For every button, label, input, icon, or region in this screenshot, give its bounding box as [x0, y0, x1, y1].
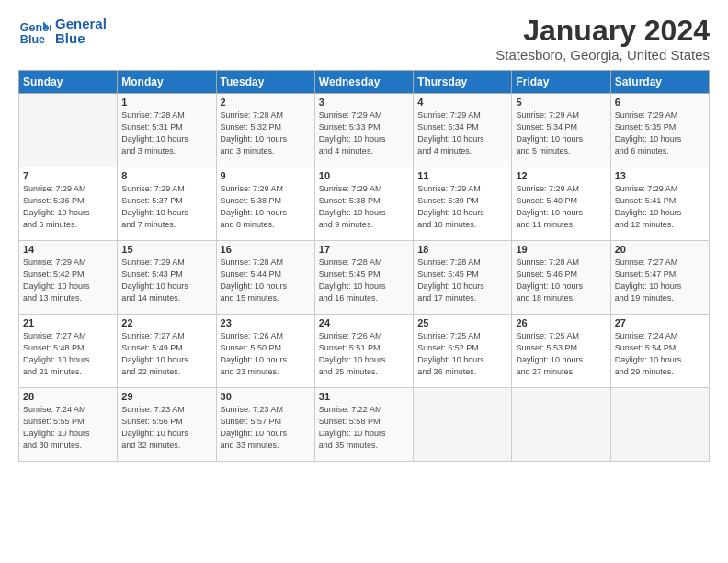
- calendar-cell: 26Sunrise: 7:25 AM Sunset: 5:53 PM Dayli…: [512, 315, 610, 388]
- day-info: Sunrise: 7:27 AM Sunset: 5:49 PM Dayligh…: [121, 330, 211, 378]
- day-info: Sunrise: 7:28 AM Sunset: 5:45 PM Dayligh…: [417, 257, 507, 304]
- calendar-cell: [512, 388, 610, 462]
- day-info: Sunrise: 7:26 AM Sunset: 5:50 PM Dayligh…: [221, 330, 311, 378]
- day-number: 20: [615, 244, 705, 255]
- day-number: 25: [417, 317, 507, 328]
- calendar-cell: 5Sunrise: 7:29 AM Sunset: 5:34 PM Daylig…: [512, 94, 610, 167]
- calendar-cell: 4Sunrise: 7:29 AM Sunset: 5:34 PM Daylig…: [414, 94, 512, 167]
- calendar-cell: 14Sunrise: 7:29 AM Sunset: 5:42 PM Dayli…: [19, 241, 118, 315]
- svg-text:Blue: Blue: [20, 33, 45, 46]
- day-info: Sunrise: 7:27 AM Sunset: 5:48 PM Dayligh…: [23, 330, 113, 378]
- logo-line2: Blue: [55, 31, 107, 47]
- calendar-week-2: 14Sunrise: 7:29 AM Sunset: 5:42 PM Dayli…: [19, 241, 710, 315]
- calendar-cell: 8Sunrise: 7:29 AM Sunset: 5:37 PM Daylig…: [118, 167, 216, 241]
- day-number: 21: [23, 317, 113, 328]
- logo: General Blue General Blue: [18, 15, 107, 48]
- day-number: 8: [121, 170, 211, 181]
- day-number: 11: [417, 170, 507, 181]
- day-info: Sunrise: 7:25 AM Sunset: 5:53 PM Dayligh…: [516, 330, 606, 378]
- calendar-cell: 12Sunrise: 7:29 AM Sunset: 5:40 PM Dayli…: [512, 167, 610, 241]
- day-info: Sunrise: 7:24 AM Sunset: 5:54 PM Dayligh…: [615, 330, 705, 378]
- day-number: 15: [121, 244, 211, 255]
- day-info: Sunrise: 7:29 AM Sunset: 5:36 PM Dayligh…: [23, 183, 113, 231]
- day-info: Sunrise: 7:28 AM Sunset: 5:32 PM Dayligh…: [221, 109, 311, 157]
- day-number: 14: [23, 244, 113, 255]
- calendar-cell: 31Sunrise: 7:22 AM Sunset: 5:58 PM Dayli…: [314, 388, 413, 462]
- calendar-cell: 29Sunrise: 7:23 AM Sunset: 5:56 PM Dayli…: [118, 388, 216, 462]
- day-info: Sunrise: 7:29 AM Sunset: 5:38 PM Dayligh…: [319, 183, 409, 231]
- day-number: 4: [417, 97, 507, 108]
- day-number: 7: [23, 170, 113, 181]
- day-number: 6: [615, 97, 705, 108]
- day-number: 5: [516, 97, 606, 108]
- calendar-cell: 22Sunrise: 7:27 AM Sunset: 5:49 PM Dayli…: [118, 315, 216, 388]
- calendar-cell: 13Sunrise: 7:29 AM Sunset: 5:41 PM Dayli…: [610, 167, 709, 241]
- calendar-week-4: 28Sunrise: 7:24 AM Sunset: 5:55 PM Dayli…: [19, 388, 710, 462]
- calendar-week-3: 21Sunrise: 7:27 AM Sunset: 5:48 PM Dayli…: [19, 315, 710, 388]
- calendar-week-0: 1Sunrise: 7:28 AM Sunset: 5:31 PM Daylig…: [19, 94, 710, 167]
- day-info: Sunrise: 7:23 AM Sunset: 5:56 PM Dayligh…: [121, 404, 211, 452]
- calendar-cell: 23Sunrise: 7:26 AM Sunset: 5:50 PM Dayli…: [216, 315, 314, 388]
- day-info: Sunrise: 7:29 AM Sunset: 5:38 PM Dayligh…: [221, 183, 311, 231]
- title-block: January 2024 Statesboro, Georgia, United…: [495, 15, 710, 63]
- day-info: Sunrise: 7:26 AM Sunset: 5:51 PM Dayligh…: [319, 330, 409, 378]
- day-number: 13: [615, 170, 705, 181]
- day-header-wednesday: Wednesday: [314, 71, 413, 94]
- calendar-cell: 10Sunrise: 7:29 AM Sunset: 5:38 PM Dayli…: [314, 167, 413, 241]
- day-number: 30: [221, 391, 311, 402]
- day-header-sunday: Sunday: [19, 71, 118, 94]
- calendar-cell: 17Sunrise: 7:28 AM Sunset: 5:45 PM Dayli…: [314, 241, 413, 315]
- day-header-saturday: Saturday: [610, 71, 709, 94]
- day-info: Sunrise: 7:23 AM Sunset: 5:57 PM Dayligh…: [221, 404, 311, 452]
- day-number: 27: [615, 317, 705, 328]
- calendar-cell: 16Sunrise: 7:28 AM Sunset: 5:44 PM Dayli…: [216, 241, 314, 315]
- day-header-thursday: Thursday: [414, 71, 512, 94]
- day-info: Sunrise: 7:29 AM Sunset: 5:40 PM Dayligh…: [516, 183, 606, 231]
- calendar-cell: 9Sunrise: 7:29 AM Sunset: 5:38 PM Daylig…: [216, 167, 314, 241]
- day-info: Sunrise: 7:29 AM Sunset: 5:35 PM Dayligh…: [615, 109, 705, 157]
- day-number: 3: [319, 97, 409, 108]
- day-info: Sunrise: 7:22 AM Sunset: 5:58 PM Dayligh…: [319, 404, 409, 452]
- month-title: January 2024: [495, 15, 710, 47]
- day-number: 9: [221, 170, 311, 181]
- day-number: 28: [23, 391, 113, 402]
- calendar-cell: 2Sunrise: 7:28 AM Sunset: 5:32 PM Daylig…: [216, 94, 314, 167]
- day-info: Sunrise: 7:29 AM Sunset: 5:34 PM Dayligh…: [516, 109, 606, 157]
- day-header-tuesday: Tuesday: [216, 71, 314, 94]
- day-header-friday: Friday: [512, 71, 610, 94]
- day-info: Sunrise: 7:29 AM Sunset: 5:39 PM Dayligh…: [417, 183, 507, 231]
- day-info: Sunrise: 7:29 AM Sunset: 5:33 PM Dayligh…: [319, 109, 409, 157]
- day-info: Sunrise: 7:29 AM Sunset: 5:43 PM Dayligh…: [121, 257, 211, 304]
- calendar-cell: 15Sunrise: 7:29 AM Sunset: 5:43 PM Dayli…: [118, 241, 216, 315]
- calendar-cell: 21Sunrise: 7:27 AM Sunset: 5:48 PM Dayli…: [19, 315, 118, 388]
- calendar-cell: 24Sunrise: 7:26 AM Sunset: 5:51 PM Dayli…: [314, 315, 413, 388]
- day-info: Sunrise: 7:28 AM Sunset: 5:46 PM Dayligh…: [516, 257, 606, 304]
- day-number: 19: [516, 244, 606, 255]
- calendar-cell: [414, 388, 512, 462]
- day-number: 26: [516, 317, 606, 328]
- day-number: 2: [221, 97, 311, 108]
- calendar-cell: 3Sunrise: 7:29 AM Sunset: 5:33 PM Daylig…: [314, 94, 413, 167]
- calendar-cell: 6Sunrise: 7:29 AM Sunset: 5:35 PM Daylig…: [610, 94, 709, 167]
- day-header-monday: Monday: [118, 71, 216, 94]
- day-info: Sunrise: 7:29 AM Sunset: 5:42 PM Dayligh…: [23, 257, 113, 304]
- calendar-cell: 30Sunrise: 7:23 AM Sunset: 5:57 PM Dayli…: [216, 388, 314, 462]
- calendar-cell: 25Sunrise: 7:25 AM Sunset: 5:52 PM Dayli…: [414, 315, 512, 388]
- day-info: Sunrise: 7:24 AM Sunset: 5:55 PM Dayligh…: [23, 404, 113, 452]
- day-number: 1: [121, 97, 211, 108]
- day-number: 24: [319, 317, 409, 328]
- day-info: Sunrise: 7:27 AM Sunset: 5:47 PM Dayligh…: [615, 257, 705, 304]
- day-info: Sunrise: 7:25 AM Sunset: 5:52 PM Dayligh…: [417, 330, 507, 378]
- location: Statesboro, Georgia, United States: [495, 47, 710, 63]
- day-number: 29: [121, 391, 211, 402]
- day-info: Sunrise: 7:28 AM Sunset: 5:44 PM Dayligh…: [221, 257, 311, 304]
- page-header: General Blue General Blue January 2024 S…: [18, 15, 710, 63]
- logo-line1: General: [55, 17, 107, 32]
- calendar-cell: 20Sunrise: 7:27 AM Sunset: 5:47 PM Dayli…: [610, 241, 709, 315]
- day-number: 18: [417, 244, 507, 255]
- day-number: 16: [221, 244, 311, 255]
- day-number: 10: [319, 170, 409, 181]
- day-info: Sunrise: 7:29 AM Sunset: 5:41 PM Dayligh…: [615, 183, 705, 231]
- calendar-table: SundayMondayTuesdayWednesdayThursdayFrid…: [18, 70, 710, 462]
- day-info: Sunrise: 7:28 AM Sunset: 5:45 PM Dayligh…: [319, 257, 409, 304]
